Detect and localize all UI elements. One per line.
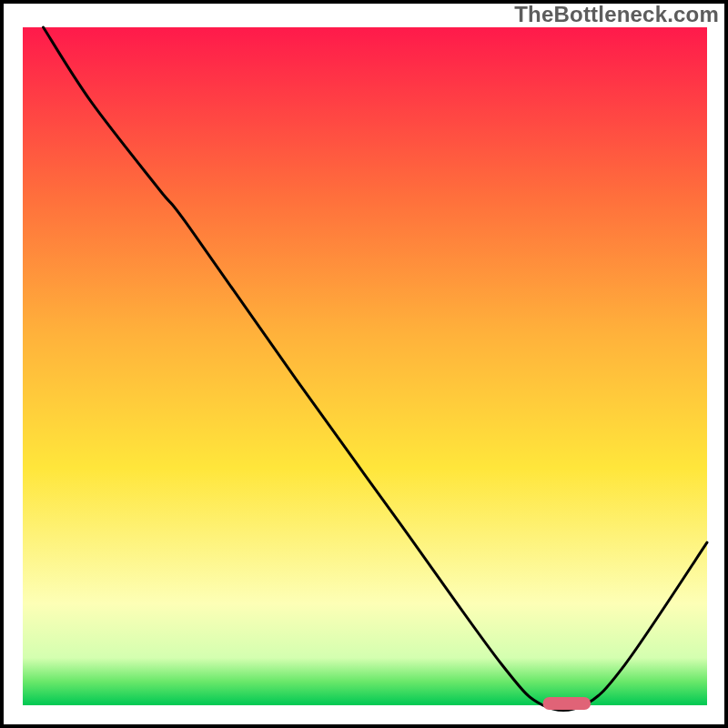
plot-background [23,27,707,705]
chart-stage: TheBottleneck.com [0,0,728,728]
chart-svg [0,0,728,728]
optimal-range-marker [543,697,592,710]
